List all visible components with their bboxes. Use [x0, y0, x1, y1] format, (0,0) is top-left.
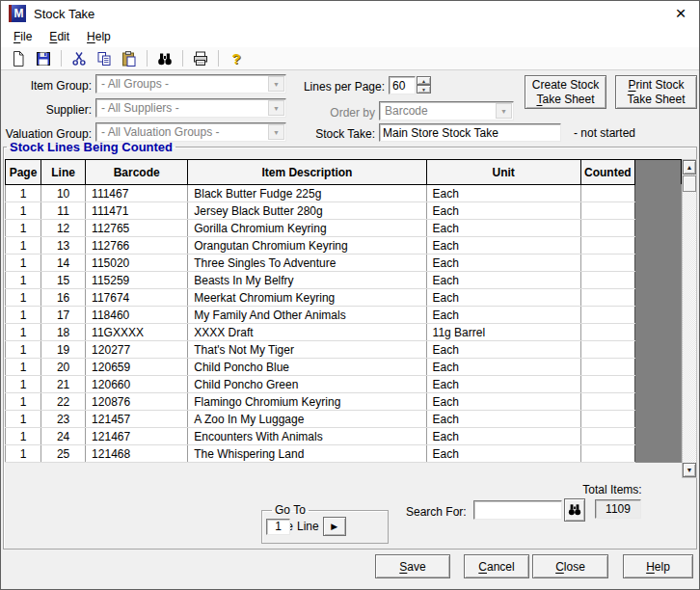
table-row[interactable]: 122120876Flamingo Chromium KeyringEach [6, 393, 682, 411]
cell: 121468 [86, 445, 188, 463]
paste-button[interactable] [117, 48, 142, 69]
play-icon: ▶ [331, 522, 337, 531]
table-row[interactable]: 119120277That's Not My TigerEach [6, 341, 682, 359]
cell: Child Poncho Green [188, 376, 426, 393]
cell: 11GXXXX [86, 324, 188, 341]
cell: 1 [6, 324, 41, 341]
save-dialog-button[interactable]: Save [375, 554, 450, 578]
col-header-barcode[interactable]: Barcode [86, 160, 188, 185]
goto-go-button[interactable]: ▶ [323, 517, 346, 536]
cell: 1 [6, 376, 41, 393]
table-row[interactable]: 114115020Three Singles To AdventureEach [6, 255, 682, 272]
cell: 115020 [86, 255, 188, 272]
scroll-up-icon[interactable]: ▲ [683, 160, 696, 174]
gray-filler-header [634, 160, 681, 185]
stock-take-status: - not started [574, 126, 635, 140]
gray-filler-cell [634, 393, 681, 411]
close-button[interactable]: Close [532, 554, 608, 578]
search-button[interactable] [564, 498, 585, 522]
help-button[interactable]: Help [623, 554, 693, 578]
cell [580, 359, 634, 376]
item-group-select[interactable]: - All Groups - ▼ [95, 74, 286, 94]
binoculars-icon [567, 503, 582, 517]
gray-filler-cell [634, 307, 681, 324]
table-row[interactable]: 11811GXXXXXXXX Draft11g Barrel [6, 324, 682, 341]
cell: Jersey Black Butter 280g [188, 202, 426, 220]
table-row[interactable]: 115115259Beasts In My BelfryEach [6, 272, 682, 289]
cell [580, 255, 634, 272]
cell: Gorilla Chromium Keyring [188, 220, 426, 237]
find-button[interactable] [152, 48, 177, 69]
cell: Each [426, 185, 580, 202]
cell [580, 272, 634, 289]
order-by-select[interactable]: Barcode ▼ [379, 101, 514, 121]
cut-button[interactable] [67, 48, 92, 69]
search-for-label: Search For: [406, 505, 462, 519]
gray-filler-cell [634, 376, 681, 393]
table-row[interactable]: 121120660Child Poncho GreenEach [6, 376, 682, 393]
cell: 1 [6, 237, 41, 255]
cell: Beasts In My Belfry [188, 272, 426, 289]
cell: 120876 [86, 393, 188, 411]
table-row[interactable]: 120120659Child Poncho BlueEach [6, 359, 682, 376]
toolbar: ? [1, 47, 699, 70]
col-header-page[interactable]: Page [6, 160, 41, 185]
table-row[interactable]: 113112766Orangutan Chromium KeyringEach [6, 237, 682, 255]
search-input[interactable] [473, 500, 562, 520]
table-row[interactable]: 112112765Gorilla Chromium KeyringEach [6, 220, 682, 237]
table-row[interactable]: 111111471Jersey Black Butter 280gEach [6, 202, 682, 220]
valuation-group-select[interactable]: - All Valuation Groups - ▼ [95, 122, 286, 142]
col-header-counted[interactable]: Counted [580, 160, 634, 185]
cell: Each [426, 272, 580, 289]
cell: 1 [6, 307, 41, 324]
close-icon[interactable]: × [670, 3, 691, 24]
save-button[interactable] [31, 48, 56, 69]
cell: 17 [41, 307, 86, 324]
col-header-unit[interactable]: Unit [426, 160, 580, 185]
print-stock-take-sheet-button[interactable]: Print Stock Take Sheet [615, 75, 697, 109]
vertical-scrollbar[interactable]: ▲ ▼ [682, 159, 697, 478]
menu-edit[interactable]: Edit [40, 28, 78, 45]
cell: Each [426, 289, 580, 307]
cell: 121457 [86, 411, 188, 428]
scroll-down-icon[interactable]: ▼ [683, 463, 696, 477]
table-row[interactable]: 110111467Black Butter Fudge 225gEach [6, 185, 682, 202]
col-header-item-description[interactable]: Item Description [188, 160, 426, 185]
scrollbar-thumb[interactable] [683, 175, 696, 192]
spin-down-icon[interactable]: ▼ [417, 85, 431, 94]
cancel-button[interactable]: Cancel [464, 554, 529, 578]
cell [580, 376, 634, 393]
cell: 10 [41, 185, 86, 202]
create-stock-take-sheet-button[interactable]: Create Stock Take Sheet [525, 75, 606, 109]
cell: Orangutan Chromium Keyring [188, 237, 426, 255]
print-sheet-line1: Print Stock [628, 78, 684, 93]
print-button[interactable] [188, 48, 213, 69]
table-row[interactable]: 117118460My Family And Other AnimalsEach [6, 307, 682, 324]
cell [580, 411, 634, 428]
cell [580, 428, 634, 445]
cell [580, 220, 634, 237]
menu-file[interactable]: File [5, 28, 40, 45]
cell: 115259 [86, 272, 188, 289]
table-row[interactable]: 125121468The Whispering LandEach [6, 445, 682, 463]
supplier-select[interactable]: - All Suppliers - ▼ [95, 98, 286, 118]
lines-per-page-input[interactable] [389, 76, 416, 94]
col-header-line[interactable]: Line [41, 160, 86, 185]
print-icon [192, 50, 209, 67]
new-button[interactable] [6, 48, 31, 69]
cell: 11 [41, 202, 86, 220]
table-row[interactable]: 116117674Meerkat Chromium KeyringEach [6, 289, 682, 307]
goto-line-input[interactable] [266, 519, 290, 535]
paste-icon [121, 50, 138, 67]
spin-up-icon[interactable]: ▲ [417, 76, 431, 85]
menu-help[interactable]: Help [78, 28, 120, 45]
goto-legend: Go To [272, 503, 309, 517]
table-row[interactable]: 123121457A Zoo In My LuggageEach [6, 411, 682, 428]
gray-filler-cell [634, 255, 681, 272]
table-row[interactable]: 124121467Encounters With AnimalsEach [6, 428, 682, 445]
copy-button[interactable] [92, 48, 117, 69]
toolbar-help-button[interactable]: ? [224, 48, 249, 69]
goto-groupbox: Go To Page Line ▶ [261, 503, 389, 544]
create-sheet-line1: Create Stock [532, 78, 599, 93]
cell: Meerkat Chromium Keyring [188, 289, 426, 307]
